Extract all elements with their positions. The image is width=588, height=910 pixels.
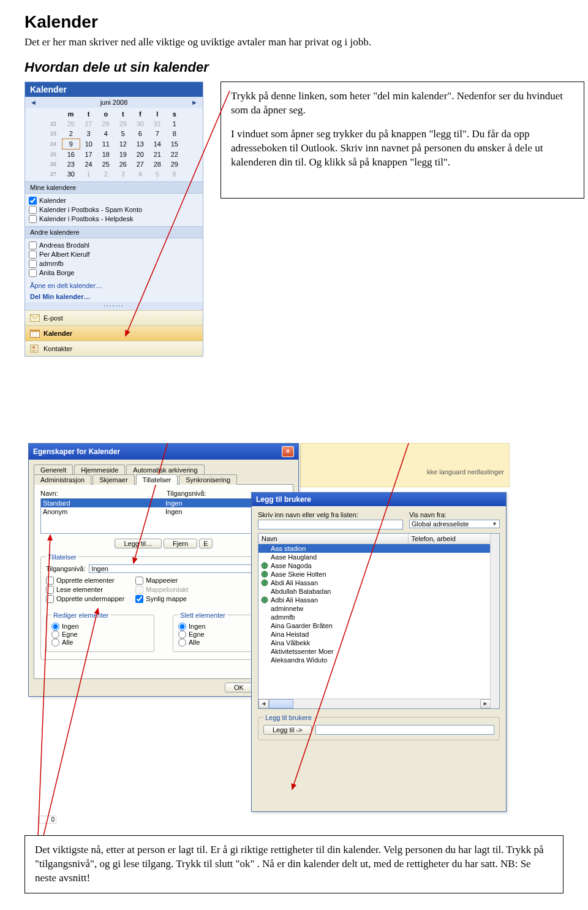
calendar-checkbox[interactable]: Anita Borge — [29, 268, 199, 278]
nav-email-button[interactable]: E-post — [25, 310, 203, 325]
instruction-box-2: Det viktigste nå, etter at person er lag… — [24, 835, 564, 893]
chk-label: Opprette elementer — [56, 577, 115, 584]
opt-label: Egne — [62, 631, 78, 638]
address-row[interactable]: Abdullah Balabadan — [258, 587, 499, 596]
scroll-right-icon[interactable]: ► — [480, 699, 491, 708]
scroll-left-icon[interactable]: ◄ — [258, 699, 269, 708]
prev-month-arrow[interactable]: ◄ — [30, 99, 37, 106]
opt-label: Egne — [189, 631, 205, 638]
tab[interactable]: Generelt — [34, 464, 73, 475]
create-items-checkbox[interactable]: Opprette elementer — [46, 577, 124, 585]
opt-label: Alle — [189, 639, 200, 646]
edit-own-radio[interactable]: Egne — [51, 631, 149, 639]
calendar-checkbox[interactable]: Per Albert Kierulf — [29, 250, 199, 259]
address-row[interactable]: Abdi Ali Hassan — [258, 578, 499, 587]
calendar-checkbox[interactable]: Kalender i Postboks - Spam Konto — [29, 205, 199, 214]
access-level-label: Tilgangsnivå: — [46, 565, 85, 572]
calendar-checkbox[interactable]: Kalender i Postboks - Helpdesk — [29, 214, 199, 224]
add-button[interactable]: Legg til… — [115, 539, 161, 548]
tab[interactable]: Administrasjon — [34, 474, 91, 485]
svg-rect-2 — [31, 330, 40, 332]
share-my-calendar-link[interactable]: Del Min kalender… — [25, 291, 203, 302]
mini-calendar[interactable]: mtotfls222627282930311232345678249101112… — [45, 109, 184, 179]
sub-heading: Hvordan dele ut sin kalender — [24, 59, 564, 75]
create-subfolders-checkbox[interactable]: Opprette undermapper — [46, 595, 124, 603]
tab[interactable]: Automatisk arkivering — [126, 464, 204, 475]
edit-items-legend: Rediger elementer — [51, 612, 111, 619]
address-row[interactable]: Aleksandra Widuto — [258, 656, 499, 664]
bottom-text: Det viktigste nå, etter at person er lag… — [35, 844, 544, 884]
bg-caption: kke languard nedlastinger — [427, 468, 504, 476]
other-calendars-header: Andre kalendere — [25, 226, 203, 238]
folder-visible-checkbox[interactable]: Synlig mappe — [135, 595, 188, 603]
recipients-input[interactable] — [315, 725, 494, 735]
next-month-arrow[interactable]: ► — [191, 99, 198, 106]
opt-label: Ingen — [189, 623, 206, 630]
address-book-value: Global adresseliste — [412, 520, 492, 528]
address-book-select[interactable]: Global adresseliste ▼ — [409, 520, 500, 528]
edit-none-radio[interactable]: Ingen — [51, 623, 149, 631]
chevron-down-icon: ▼ — [492, 521, 497, 527]
show-from-label: Vis navn fra: — [409, 511, 500, 518]
read-items-checkbox[interactable]: Lese elementer — [46, 586, 124, 594]
calendar-checkbox[interactable]: Kalender — [29, 196, 199, 205]
nav-calendar-button[interactable]: Kalender — [25, 325, 203, 341]
address-list[interactable]: Navn Telefon, arbeid Aas stadionAase Hau… — [258, 533, 500, 709]
tab[interactable]: Hjemmeside — [74, 464, 125, 475]
calendar-checkbox[interactable]: Andreas Brodahl — [29, 241, 199, 250]
outlook-sidebar: Kalender ◄ juni 2008 ► mtotfls2226272829… — [24, 82, 203, 357]
remove-button[interactable]: Fjern — [164, 539, 197, 548]
calendar-icon — [30, 329, 40, 338]
address-row[interactable]: Aina Heistad — [258, 630, 499, 639]
close-icon[interactable]: × — [282, 446, 294, 457]
open-shared-calendar-link[interactable]: Åpne en delt kalender… — [25, 280, 203, 291]
e-button[interactable]: E — [199, 539, 212, 548]
ok-button[interactable]: OK — [225, 683, 253, 692]
corner-zero: 0 — [39, 816, 56, 824]
tab[interactable]: Skjemaer — [92, 474, 134, 485]
address-row[interactable]: Aase Skeie Holten — [258, 570, 499, 578]
opt-label: Alle — [62, 639, 73, 646]
col-name-header[interactable]: Navn — [258, 534, 409, 544]
address-row[interactable]: Aina Vålbekk — [258, 639, 499, 647]
month-label: juni 2008 — [100, 99, 128, 106]
nav-contacts-button[interactable]: Kontakter — [25, 341, 203, 356]
drag-handle[interactable]: ••••••• — [25, 302, 203, 310]
sidebar-title: Kalender — [25, 82, 203, 97]
calendar-checkbox[interactable]: admmfb — [29, 259, 199, 268]
dialog-title: Legg til brukere — [256, 495, 311, 504]
type-name-label: Skriv inn navn eller velg fra listen: — [258, 511, 403, 518]
permission-row[interactable]: StandardIngen — [41, 499, 286, 507]
add-to-button[interactable]: Legg til -> — [263, 725, 312, 735]
name-search-input[interactable] — [258, 520, 403, 529]
h-scrollbar[interactable]: ◄ ► — [258, 699, 491, 708]
add-users-dialog: Legg til brukere Skriv inn navn eller ve… — [251, 492, 507, 812]
chk-label: Mappekontakt — [146, 586, 188, 593]
address-row[interactable]: Adbi Ali Hassan — [258, 596, 499, 604]
chk-label: Synlig mappe — [146, 595, 187, 602]
col-phone-header[interactable]: Telefon, arbeid — [409, 534, 499, 544]
scroll-thumb[interactable] — [269, 699, 293, 708]
tab[interactable]: Synkronisering — [179, 474, 237, 485]
chk-label: Mappeeier — [146, 577, 178, 584]
address-row[interactable]: adminnetw — [258, 604, 499, 613]
address-row[interactable]: Aase Nagoda — [258, 561, 499, 570]
tab[interactable]: Tillatelser — [136, 474, 178, 485]
name-label: Navn: — [40, 490, 160, 497]
instruction-p2: I vinduet som åpner seg trykker du på kn… — [231, 127, 574, 170]
permission-row[interactable]: AnonymIngen — [41, 507, 286, 516]
address-row[interactable]: admmfb — [258, 613, 499, 621]
mail-icon — [30, 314, 40, 322]
v-scrollbar[interactable] — [490, 534, 499, 708]
address-row[interactable]: Aase Haugland — [258, 553, 499, 561]
address-row[interactable]: Aas stadion — [258, 544, 499, 553]
permissions-listbox[interactable]: StandardIngenAnonymIngen — [40, 498, 287, 534]
edit-all-radio[interactable]: Alle — [51, 639, 149, 646]
nav-contacts-label: Kontakter — [43, 345, 72, 352]
folder-owner-checkbox[interactable]: Mappeeier — [135, 577, 188, 585]
address-row[interactable]: Aina Gaarder Bråten — [258, 621, 499, 630]
folder-contact-checkbox[interactable]: Mappekontakt — [135, 586, 188, 594]
svg-point-6 — [32, 346, 35, 349]
address-row[interactable]: Aktivitetssenter Moer — [258, 647, 499, 656]
delete-items-legend: Slett elementer — [178, 612, 227, 619]
